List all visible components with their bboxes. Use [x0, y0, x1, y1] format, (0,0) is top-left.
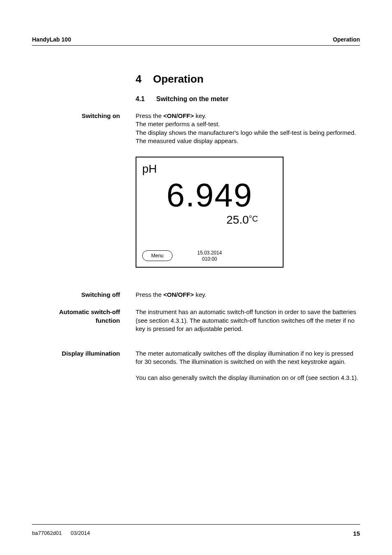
- display-illumination-block: Display illumination The meter automatic…: [32, 349, 360, 382]
- auto-switchoff-label: Automatic switch-off function: [32, 308, 136, 333]
- lcd-screen: pH 6.949 25.0°C Menu 15.03.2014 010:00: [136, 157, 284, 268]
- subsection-number: 4.1: [136, 95, 145, 103]
- lcd-temp-value: 25.0: [226, 213, 249, 226]
- running-header: HandyLab 100 Operation: [32, 36, 360, 46]
- body-line: The meter automatically switches off the…: [136, 349, 360, 366]
- switching-off-label: Switching off: [32, 291, 136, 299]
- auto-switchoff-body: The instrument has an automatic switch-o…: [136, 308, 360, 333]
- lcd-datetime: 15.03.2014 010:00: [136, 250, 283, 262]
- footer-page-number: 15: [353, 530, 360, 537]
- lcd-date: 15.03.2014: [136, 250, 283, 256]
- lcd-time: 010:00: [136, 256, 283, 262]
- lcd-temp-unit: °C: [249, 214, 258, 223]
- footer-left: ba77062d01 03/2014: [32, 530, 90, 537]
- switching-on-body: Press the <ON/OFF> key. The meter perfor…: [136, 112, 360, 145]
- lcd-temperature: 25.0°C: [226, 213, 258, 227]
- header-right: Operation: [333, 36, 360, 43]
- body-line: You can also generally switch the displa…: [136, 374, 360, 382]
- switching-on-label: Switching on: [32, 112, 136, 145]
- auto-switchoff-block: Automatic switch-off function The instru…: [32, 308, 360, 333]
- label-line: function: [96, 317, 120, 324]
- chapter-title-text: Operation: [153, 73, 203, 86]
- switching-on-block: Switching on Press the <ON/OFF> key. The…: [32, 112, 360, 145]
- chapter-number: 4: [136, 73, 141, 86]
- display-illumination-body: The meter automatically switches off the…: [136, 349, 360, 382]
- lcd-ph-label: pH: [142, 162, 157, 176]
- body-line: The display shows the manufacturer's log…: [136, 129, 360, 137]
- display-illumination-label: Display illumination: [32, 349, 136, 382]
- body-line: The measured value display appears.: [136, 137, 360, 145]
- key-onoff: <ON/OFF>: [164, 112, 194, 119]
- body-line: The instrument has an automatic switch-o…: [136, 308, 360, 333]
- footer: ba77062d01 03/2014 15: [32, 530, 360, 537]
- body-line: Press the <ON/OFF> key.: [136, 112, 360, 120]
- footer-date: 03/2014: [71, 530, 90, 536]
- switching-off-body: Press the <ON/OFF> key.: [136, 291, 360, 299]
- header-left: HandyLab 100: [32, 36, 71, 43]
- label-line: Automatic switch-off: [59, 308, 120, 315]
- footer-rule: [32, 524, 360, 525]
- switching-off-block: Switching off Press the <ON/OFF> key.: [32, 291, 360, 299]
- body-line: Press the <ON/OFF> key.: [136, 291, 360, 299]
- body-line: The meter performs a self-test.: [136, 120, 360, 128]
- subsection-title: Switching on the meter: [156, 95, 228, 103]
- subsection-heading: 4.1 Switching on the meter: [136, 95, 360, 103]
- lcd-figure: pH 6.949 25.0°C Menu 15.03.2014 010:00: [136, 157, 360, 268]
- chapter-heading: 4 Operation: [136, 73, 360, 86]
- footer-doc-id: ba77062d01: [32, 530, 62, 536]
- key-onoff: <ON/OFF>: [164, 291, 194, 298]
- lcd-main-value: 6.949: [136, 176, 283, 214]
